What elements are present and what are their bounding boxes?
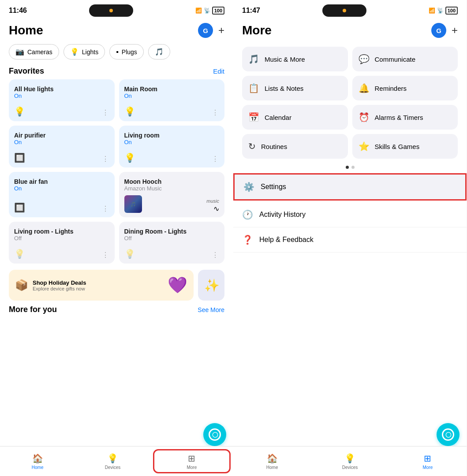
fav-status-all-hue: On [14, 93, 109, 99]
fav-status-living-room: On [124, 139, 220, 145]
favorites-header: Favorites Edit [0, 64, 233, 79]
island-dot-right [343, 9, 346, 12]
fav-status-moon-hooch: Amazon Music [124, 185, 220, 192]
tab-more-right[interactable]: ⊞ More [389, 446, 467, 476]
skills-icon: ⭐ [359, 141, 370, 152]
see-more-button[interactable]: See More [198, 306, 224, 313]
fav-menu-all-hue[interactable]: ⋮ [102, 108, 109, 117]
tab-more-left[interactable]: ⊞ More [153, 449, 231, 473]
fav-card-dr-lights[interactable]: Dining Room - Lights Off 💡 ⋮ [119, 222, 225, 264]
more-tab-label-left: More [187, 465, 197, 470]
lists-icon: 📋 [248, 83, 259, 93]
home-tab-icon-left: 🏠 [32, 453, 43, 464]
disney-banner[interactable]: ✨ [198, 270, 224, 301]
more-card-routines[interactable]: ↻ Routines [242, 134, 348, 159]
status-time-left: 11:46 [9, 7, 27, 15]
devices-tab-label-right: Devices [342, 465, 358, 470]
more-screen: 11:47 📶 📡 100 More G + 🎵 Music & More 💬 … [233, 0, 467, 476]
lists-label: Lists & Notes [265, 85, 303, 92]
calendar-label: Calendar [265, 114, 291, 121]
more-card-alarms[interactable]: ⏰ Alarms & Timers [352, 105, 458, 130]
reminders-label: Reminders [375, 85, 407, 92]
alexa-button-left[interactable]: ◯ [203, 423, 226, 446]
fav-icon-air-purifier: 🔲 [14, 152, 25, 163]
chip-plugs[interactable]: ▪ Plugs [109, 44, 144, 60]
fav-card-all-hue[interactable]: All Hue lights On 💡 ⋮ [9, 79, 115, 121]
alexa-a-right: ◯ [445, 431, 451, 438]
fav-menu-main-room[interactable]: ⋮ [212, 108, 219, 117]
activity-icon: 🕐 [242, 209, 253, 220]
activity-history-row[interactable]: 🕐 Activity History [233, 202, 467, 227]
alexa-button-right[interactable]: ◯ [437, 423, 460, 446]
chip-music[interactable]: 🎵 [148, 44, 170, 60]
more-card-lists[interactable]: 📋 Lists & Notes [242, 76, 348, 100]
fav-icon-all-hue: 💡 [14, 106, 25, 117]
more-grid: 🎵 Music & More 💬 Communicate 📋 Lists & N… [233, 42, 467, 163]
edit-button[interactable]: Edit [213, 67, 224, 75]
status-time-right: 11:47 [242, 7, 260, 15]
tab-bar-left: 🏠 Home 💡 Devices ⊞ More [0, 446, 233, 476]
fav-menu-blue-air-fan[interactable]: ⋮ [102, 205, 109, 213]
dynamic-island-right [322, 4, 366, 17]
music-thumbnail: 🎵 [124, 195, 142, 213]
add-button-right[interactable]: + [452, 24, 458, 37]
avatar-button-left[interactable]: G [198, 23, 213, 38]
tab-devices-left[interactable]: 💡 Devices [75, 446, 150, 476]
holiday-icon: 📦 [15, 279, 28, 291]
chip-lights[interactable]: 💡 Lights [64, 44, 105, 60]
tab-home-left[interactable]: 🏠 Home [0, 446, 75, 476]
fav-status-main-room: On [124, 93, 220, 99]
dot-2 [351, 166, 355, 169]
chip-lights-label: Lights [82, 48, 98, 56]
fav-title-main-room: Main Room [124, 86, 220, 93]
home-screen: 11:46 📶 📡 100 Home G + 📷 Cameras 💡 Light… [0, 0, 233, 476]
music-chip-icon: 🎵 [155, 48, 164, 56]
fav-menu-living-room[interactable]: ⋮ [212, 155, 219, 163]
fav-card-lr-lights[interactable]: Living room - Lights Off 💡 ⋮ [9, 222, 115, 264]
chip-cameras-label: Cameras [27, 48, 52, 56]
holiday-bulb-img: 💜 [168, 276, 187, 294]
fav-card-air-purifier[interactable]: Air purifier On 🔲 ⋮ [9, 126, 115, 167]
settings-row[interactable]: ⚙️ Settings [233, 173, 467, 201]
more-card-calendar[interactable]: 📅 Calendar [242, 105, 348, 130]
tab-home-right[interactable]: 🏠 Home [233, 446, 311, 476]
fav-card-blue-air-fan[interactable]: Blue air fan On 🔲 ⋮ [9, 172, 115, 217]
more-card-skills[interactable]: ⭐ Skills & Games [352, 134, 458, 159]
alarms-label: Alarms & Timers [375, 114, 423, 121]
chip-plugs-label: Plugs [122, 48, 137, 56]
pagination-dots [233, 163, 467, 171]
fav-card-moon-hooch[interactable]: Moon Hooch Amazon Music 🎵 music ∿ [119, 172, 225, 217]
fav-menu-lr-lights[interactable]: ⋮ [102, 251, 109, 259]
fav-menu-air-purifier[interactable]: ⋮ [102, 155, 109, 163]
signal-icon: 📶 [195, 7, 202, 14]
more-card-music[interactable]: 🎵 Music & More [242, 47, 348, 71]
home-tab-icon-right: 🏠 [267, 453, 278, 464]
home-tab-label-right: Home [266, 465, 278, 470]
tab-bar-right: 🏠 Home 💡 Devices ⊞ More [233, 446, 467, 476]
holiday-banner[interactable]: 📦 Shop Holiday Deals Explore device gift… [9, 270, 194, 301]
fav-icon-lr-lights: 💡 [14, 249, 25, 259]
more-card-reminders[interactable]: 🔔 Reminders [352, 76, 458, 100]
tab-devices-right[interactable]: 💡 Devices [311, 446, 389, 476]
holiday-subtitle: Explore device gifts now [33, 286, 86, 291]
more-title: More [242, 23, 272, 37]
music-more-icon: 🎵 [248, 54, 259, 64]
fav-status-dr-lights: Off [124, 235, 220, 242]
add-button-left[interactable]: + [218, 24, 224, 37]
fav-status-air-purifier: On [14, 139, 109, 145]
avatar-button-right[interactable]: G [431, 23, 446, 38]
more-card-communicate[interactable]: 💬 Communicate [352, 47, 458, 71]
fav-icon-blue-air-fan: 🔲 [14, 202, 25, 213]
fav-card-living-room[interactable]: Living room On 💡 ⋮ [119, 126, 225, 167]
more-tab-icon-right: ⊞ [424, 453, 431, 464]
fav-title-all-hue: All Hue lights [14, 86, 109, 93]
fav-status-blue-air-fan: On [14, 185, 109, 192]
fav-card-main-room[interactable]: Main Room On 💡 ⋮ [119, 79, 225, 121]
alexa-ring-right: ◯ [442, 428, 454, 441]
skills-label: Skills & Games [375, 143, 420, 150]
favorites-grid: All Hue lights On 💡 ⋮ Main Room On 💡 ⋮ A… [0, 79, 233, 264]
settings-icon: ⚙️ [243, 182, 254, 192]
fav-menu-dr-lights[interactable]: ⋮ [212, 251, 219, 259]
help-feedback-row[interactable]: ❓ Help & Feedback [233, 227, 467, 253]
chip-cameras[interactable]: 📷 Cameras [9, 44, 59, 60]
